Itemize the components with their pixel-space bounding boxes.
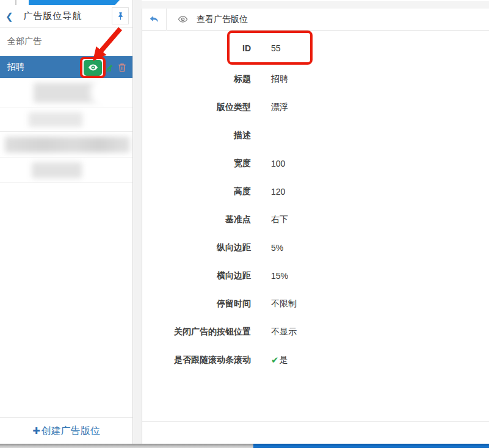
collapse-chevron-icon[interactable]: ❮ xyxy=(5,12,13,21)
field-value: ✔是 xyxy=(271,355,288,366)
back-arrow-icon xyxy=(148,14,160,24)
field-row: 基准点右下 xyxy=(142,206,489,234)
field-row: 高度120 xyxy=(142,178,489,206)
field-label: 高度 xyxy=(142,186,251,197)
pushpin-icon xyxy=(116,11,125,21)
panel-gap xyxy=(133,0,142,444)
pin-button[interactable] xyxy=(112,7,129,24)
sidebar-item-all-ads[interactable]: 全部广告 xyxy=(0,27,132,56)
field-label: ID xyxy=(142,43,251,53)
field-row: 横向边距15% xyxy=(142,262,489,290)
field-row: 版位类型漂浮 xyxy=(142,93,489,121)
field-row: 标题招聘 xyxy=(142,65,489,93)
redaction-blob xyxy=(90,78,132,107)
blurred-item[interactable] xyxy=(0,157,132,183)
plus-icon: ✚ xyxy=(32,425,40,436)
field-value: 5% xyxy=(271,243,283,253)
panel-divider xyxy=(142,421,489,422)
field-row: ID55 xyxy=(142,31,489,65)
top-strip xyxy=(133,0,489,9)
redacted-text xyxy=(32,162,82,178)
eye-highlight-box xyxy=(80,57,106,78)
field-value: 右下 xyxy=(271,214,288,225)
field-value: 120 xyxy=(271,187,285,197)
field-row: 是否跟随滚动条滚动✔是 xyxy=(142,346,489,374)
field-row: 关闭广告的按钮位置不显示 xyxy=(142,318,489,346)
field-value: 55 xyxy=(271,43,281,53)
field-value: 15% xyxy=(271,271,288,281)
sidebar: ❮ 广告版位导航 全部广告 招聘 xyxy=(0,0,133,444)
blurred-item[interactable] xyxy=(0,107,132,132)
sidebar-top-edge xyxy=(0,0,132,5)
field-row: 宽度100 xyxy=(142,150,489,178)
main-panel: 查看广告版位 ID55标题招聘版位类型漂浮描述宽度100高度120基准点右下纵向… xyxy=(142,9,489,444)
eye-icon xyxy=(87,62,100,73)
trash-icon[interactable] xyxy=(117,62,127,74)
field-label: 宽度 xyxy=(142,158,251,169)
sidebar-header: ❮ 广告版位导航 xyxy=(0,5,132,27)
field-row: 停留时间不限制 xyxy=(142,290,489,318)
field-value: 不限制 xyxy=(271,298,297,309)
page-title: 查看广告版位 xyxy=(197,14,248,25)
redacted-text xyxy=(5,137,130,153)
redacted-text xyxy=(29,112,82,127)
field-value: 漂浮 xyxy=(271,102,288,113)
blurred-item[interactable] xyxy=(0,78,132,107)
fields-container: ID55标题招聘版位类型漂浮描述宽度100高度120基准点右下纵向边距5%横向边… xyxy=(142,31,489,374)
field-row: 描述 xyxy=(142,121,489,150)
sidebar-item-label: 招聘 xyxy=(7,62,24,73)
tab-divider xyxy=(15,0,16,5)
field-value: 不显示 xyxy=(271,327,297,338)
field-row: 纵向边距5% xyxy=(142,234,489,262)
back-button[interactable] xyxy=(142,9,167,31)
create-button-label: 创建广告版位 xyxy=(42,425,100,438)
field-label: 是否跟随滚动条滚动 xyxy=(142,355,251,366)
field-label: 横向边距 xyxy=(142,270,251,281)
field-label: 关闭广告的按钮位置 xyxy=(142,327,251,338)
view-button[interactable] xyxy=(84,60,102,76)
field-value: 招聘 xyxy=(271,74,288,85)
bottom-bar-blue xyxy=(253,444,489,448)
view-eye-icon xyxy=(178,14,188,24)
field-label: 标题 xyxy=(142,74,251,85)
field-label: 纵向边距 xyxy=(142,242,251,253)
field-label: 停留时间 xyxy=(142,298,251,309)
field-label: 版位类型 xyxy=(142,102,251,113)
create-ad-position-button[interactable]: ✚ 创建广告版位 xyxy=(0,417,132,444)
field-value-text: 是 xyxy=(280,355,288,366)
bottom-bar xyxy=(0,444,489,448)
blurred-item[interactable] xyxy=(0,132,132,157)
check-icon: ✔ xyxy=(271,355,279,366)
bottom-bar-gray xyxy=(0,444,253,448)
active-tab-edge xyxy=(29,0,120,5)
field-label: 描述 xyxy=(142,130,251,141)
sidebar-item-recruit[interactable]: 招聘 xyxy=(0,56,132,78)
field-value: 100 xyxy=(271,159,285,168)
sidebar-title: 广告版位导航 xyxy=(24,10,82,22)
field-label: 基准点 xyxy=(142,214,251,225)
main-header: 查看广告版位 xyxy=(142,9,489,31)
